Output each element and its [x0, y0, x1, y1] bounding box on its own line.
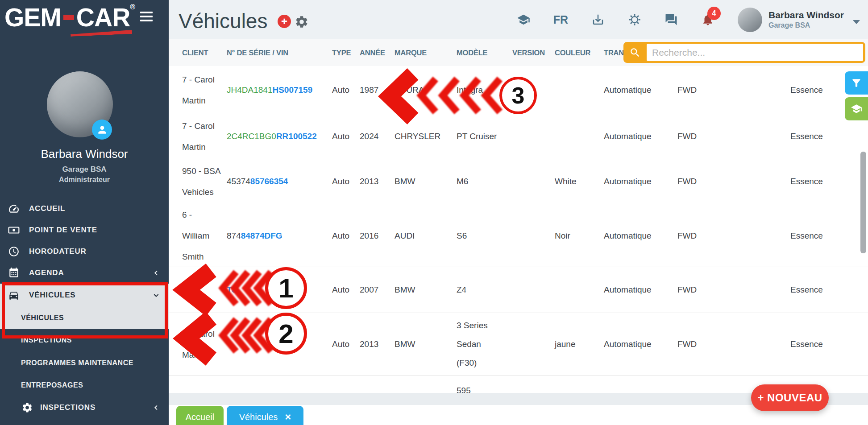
cell-vin[interactable]: 2C4RC1BG0RR100522	[227, 132, 332, 141]
download-icon[interactable]	[591, 13, 605, 26]
table-row[interactable]: 7 - CarolMartin JH4DA1841HS007159 Auto 1…	[169, 66, 868, 114]
vertical-scrollbar[interactable]	[860, 152, 866, 253]
user-name: Barbara Windsor	[768, 10, 844, 21]
table-row[interactable]: 950 - BSAVehicles 4537485766354 Auto 201…	[169, 159, 868, 204]
close-icon[interactable]: ×	[285, 412, 291, 422]
sidebar-item-label: INSPECTIONS	[21, 336, 72, 344]
hamburger-menu-icon[interactable]	[140, 12, 153, 24]
search-input[interactable]	[647, 44, 863, 61]
logo-dash	[63, 15, 74, 20]
sidebar-item-vehicules[interactable]: VÉHICULES	[0, 284, 169, 307]
tab-vehicules[interactable]: Véhicules×	[227, 406, 303, 425]
sidebar-item-label: AGENDA	[29, 268, 64, 277]
cell-fuel: Essence	[790, 177, 868, 186]
sidebar-item-label: ENTREPOSAGES	[21, 381, 83, 389]
cell-transmission: Automatique	[604, 85, 677, 95]
topbar: Véhicules + FR 4 Barbara Windsor	[169, 0, 868, 39]
academy-graduation-cap-icon[interactable]	[517, 13, 530, 26]
cell-transmission: Automatique	[604, 132, 677, 141]
cell-client: 2	[182, 280, 227, 301]
cell-make: ACURA	[395, 85, 457, 95]
car-icon	[8, 289, 20, 301]
sidebar-item-horodateur[interactable]: HORODATEUR	[0, 241, 169, 262]
page-title: Véhicules	[179, 9, 267, 33]
cell-client: 7 - CarolMartin	[182, 116, 227, 157]
user-menu[interactable]: Barbara Windsor Garage BSA	[738, 8, 860, 32]
sidebar-item-agenda[interactable]: AGENDA	[0, 262, 169, 284]
col-header-couleur[interactable]: COULEUR	[555, 49, 604, 57]
cell-type: Auto	[332, 85, 360, 95]
cell-make: BMW	[395, 339, 457, 349]
cell-color: jaune	[555, 339, 604, 349]
cell-client: 7 - CarolMartin	[182, 323, 227, 365]
col-header-version[interactable]: VERSION	[512, 49, 555, 57]
cell-drivetrain: FWD	[677, 231, 790, 241]
sidebar-item-label: POINT DE VENTE	[29, 226, 97, 235]
col-header-modele[interactable]: MODÈLE	[457, 49, 512, 57]
money-icon	[8, 224, 20, 236]
tutorial-graduation-cap-button[interactable]	[845, 97, 868, 120]
cell-year: 2016	[360, 231, 395, 241]
caret-down-icon	[853, 20, 860, 24]
table-row[interactable]: 6 -WilliamSmith 87484874DFG Auto 2016 AU…	[169, 204, 868, 267]
chevron-left-icon	[153, 404, 160, 411]
table-settings-gear-icon[interactable]	[295, 15, 309, 31]
table-row[interactable]: 2 T8 Auto 2007 BMW Z4 Automatique FWD Es…	[169, 267, 868, 313]
sidebar-subitem-entreposages[interactable]: ENTREPOSAGES	[0, 375, 169, 396]
cell-model: Z4	[457, 281, 512, 299]
cell-year: 2007	[360, 285, 395, 295]
settings-gear-icon[interactable]	[628, 13, 641, 26]
cell-fuel: Essence	[790, 231, 868, 241]
chat-icon[interactable]	[664, 13, 678, 26]
vehicle-table: 7 - CarolMartin JH4DA1841HS007159 Auto 1…	[169, 66, 868, 396]
cell-model: Integra	[457, 81, 512, 99]
cell-vin[interactable]: 87484874DFG	[227, 231, 332, 241]
sidebar: GEMCAR® Barbara Windsor Garage BSA Admin…	[0, 0, 169, 425]
sidebar-menu: ACCUEIL POINT DE VENTE HORODATEUR AGENDA…	[0, 198, 169, 419]
col-header-vin[interactable]: N° DE SÉRIE / VIN	[227, 49, 332, 57]
cell-drivetrain: FWD	[677, 85, 790, 95]
profile-role: Administrateur	[0, 176, 169, 184]
search-button[interactable]	[623, 42, 647, 63]
cell-vin[interactable]: JH4DA1841HS007159	[227, 85, 332, 95]
gem-car-app: GEMCAR® Barbara Windsor Garage BSA Admin…	[0, 0, 868, 425]
topbar-icons: FR 4 Barbara Windsor Garage BSA	[517, 0, 868, 39]
logo-registered-mark: ®	[130, 3, 135, 11]
sidebar-subitem-vehicules[interactable]: VÉHICULES	[0, 307, 169, 329]
notifications-bell-icon[interactable]: 4	[701, 13, 714, 26]
add-vehicle-button[interactable]: +	[278, 15, 291, 28]
user-company: Garage BSA	[768, 21, 844, 29]
gear-icon	[21, 402, 33, 413]
sidebar-subitem-inspections[interactable]: INSPECTIONS	[0, 329, 169, 351]
sidebar-item-accueil[interactable]: ACCUEIL	[0, 198, 169, 219]
col-header-marque[interactable]: MARQUE	[395, 49, 457, 57]
sidebar-item-label: VÉHICULES	[21, 314, 64, 322]
sidebar-item-point-de-vente[interactable]: POINT DE VENTE	[0, 219, 169, 241]
cell-drivetrain: FWD	[677, 132, 790, 141]
table-row[interactable]: 7 - CarolMartin 2C4RC1BG0RR100522 Auto 2…	[169, 114, 868, 159]
sidebar-item-inspections-settings[interactable]: INSPECTIONS	[0, 396, 169, 419]
table-row[interactable]: 7 - CarolMartin Auto 2013 BMW 3 SeriesSe…	[169, 313, 868, 376]
col-header-type[interactable]: TYPE	[332, 49, 360, 57]
tab-accueil[interactable]: Accueil	[176, 406, 224, 425]
cell-drivetrain: FWD	[677, 177, 790, 186]
sidebar-subitem-programmes-maintenance[interactable]: PROGRAMMES MAINTENANCE	[0, 351, 169, 375]
chevron-down-icon	[153, 292, 160, 299]
filter-button[interactable]	[845, 71, 868, 95]
language-switcher[interactable]: FR	[553, 13, 568, 26]
new-vehicle-button[interactable]: + NOUVEAU	[751, 384, 829, 411]
sidebar-item-label: INSPECTIONS	[40, 403, 96, 412]
sidebar-item-label: ACCUEIL	[29, 204, 65, 213]
col-header-client[interactable]: CLIENT	[182, 49, 227, 57]
logo-car: CAR	[76, 3, 130, 32]
cell-vin[interactable]: 4537485766354	[227, 177, 332, 186]
col-header-annee[interactable]: ANNÉE	[360, 49, 395, 57]
cell-fuel: Essence	[790, 285, 868, 295]
cell-drivetrain: FWD	[677, 285, 790, 295]
sidebar-item-label: HORODATEUR	[29, 247, 87, 256]
sidebar-item-label: VÉHICULES	[29, 291, 76, 300]
gem-car-logo: GEMCAR®	[4, 3, 135, 32]
cell-vin[interactable]: T8	[227, 285, 332, 295]
cell-type: Auto	[332, 132, 360, 141]
profile-person-badge-icon[interactable]	[92, 120, 112, 140]
